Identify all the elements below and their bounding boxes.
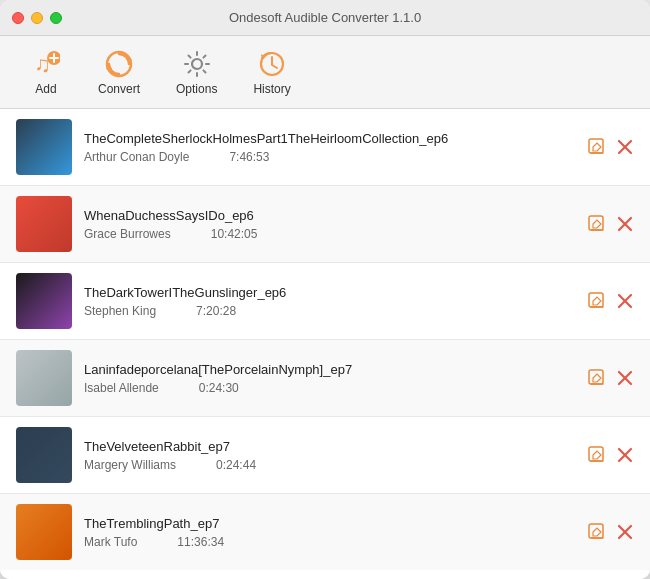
cover-placeholder: [16, 273, 72, 329]
history-label: History: [253, 82, 290, 96]
convert-label: Convert: [98, 82, 140, 96]
title-bar: Ondesoft Audible Converter 1.1.0: [0, 0, 650, 36]
item-author: Mark Tufo: [84, 535, 137, 549]
options-icon: [181, 48, 213, 80]
cover-placeholder: [16, 504, 72, 560]
delete-button[interactable]: [616, 292, 634, 310]
item-duration: 11:36:34: [177, 535, 224, 549]
add-label: Add: [35, 82, 56, 96]
item-author: Margery Williams: [84, 458, 176, 472]
convert-button[interactable]: Convert: [84, 42, 154, 102]
item-actions: [588, 369, 634, 387]
item-meta: Arthur Conan Doyle 7:46:53: [84, 150, 576, 164]
list-item: Laninfadeporcelana[ThePorcelainNymph]_ep…: [0, 340, 650, 417]
item-duration: 0:24:44: [216, 458, 256, 472]
svg-point-7: [192, 59, 202, 69]
cover-art: [16, 196, 72, 252]
toolbar: ♫ Add Convert: [0, 36, 650, 109]
window-title: Ondesoft Audible Converter 1.1.0: [229, 10, 421, 25]
cover-art: [16, 427, 72, 483]
edit-button[interactable]: [588, 292, 606, 310]
item-info: Laninfadeporcelana[ThePorcelainNymph]_ep…: [84, 362, 576, 395]
item-title: TheTremblingPath_ep7: [84, 516, 576, 531]
list-item: TheTremblingPath_ep7 Mark Tufo 11:36:34: [0, 494, 650, 570]
item-meta: Margery Williams 0:24:44: [84, 458, 576, 472]
item-title: TheVelveteenRabbit_ep7: [84, 439, 576, 454]
item-meta: Stephen King 7:20:28: [84, 304, 576, 318]
item-author: Arthur Conan Doyle: [84, 150, 189, 164]
minimize-button[interactable]: [31, 12, 43, 24]
item-duration: 7:20:28: [196, 304, 236, 318]
svg-point-4: [107, 52, 131, 76]
cover-placeholder: [16, 196, 72, 252]
item-actions: [588, 446, 634, 464]
edit-button[interactable]: [588, 369, 606, 387]
add-icon: ♫: [30, 48, 62, 80]
item-duration: 0:24:30: [199, 381, 239, 395]
add-button[interactable]: ♫ Add: [16, 42, 76, 102]
delete-button[interactable]: [616, 369, 634, 387]
item-title: WhenaDuchessSaysIDo_ep6: [84, 208, 576, 223]
history-icon: [256, 48, 288, 80]
edit-button[interactable]: [588, 446, 606, 464]
item-info: TheDarkTowerITheGunslinger_ep6 Stephen K…: [84, 285, 576, 318]
edit-button[interactable]: [588, 215, 606, 233]
item-meta: Isabel Allende 0:24:30: [84, 381, 576, 395]
cover-placeholder: [16, 427, 72, 483]
item-actions: [588, 215, 634, 233]
delete-button[interactable]: [616, 215, 634, 233]
item-meta: Mark Tufo 11:36:34: [84, 535, 576, 549]
content-list: TheCompleteSherlockHolmesPart1TheHeirloo…: [0, 109, 650, 579]
list-item: TheCompleteSherlockHolmesPart1TheHeirloo…: [0, 109, 650, 186]
convert-icon: [103, 48, 135, 80]
item-meta: Grace Burrowes 10:42:05: [84, 227, 576, 241]
traffic-lights: [12, 12, 62, 24]
history-button[interactable]: History: [239, 42, 304, 102]
delete-button[interactable]: [616, 523, 634, 541]
item-author: Grace Burrowes: [84, 227, 171, 241]
cover-art: [16, 350, 72, 406]
item-actions: [588, 523, 634, 541]
item-author: Stephen King: [84, 304, 156, 318]
list-item: TheVelveteenRabbit_ep7 Margery Williams …: [0, 417, 650, 494]
item-title: TheDarkTowerITheGunslinger_ep6: [84, 285, 576, 300]
app-window: Ondesoft Audible Converter 1.1.0 ♫ Add: [0, 0, 650, 579]
item-title: Laninfadeporcelana[ThePorcelainNymph]_ep…: [84, 362, 576, 377]
item-actions: [588, 138, 634, 156]
item-actions: [588, 292, 634, 310]
cover-placeholder: [16, 350, 72, 406]
options-button[interactable]: Options: [162, 42, 231, 102]
item-info: TheTremblingPath_ep7 Mark Tufo 11:36:34: [84, 516, 576, 549]
item-duration: 7:46:53: [229, 150, 269, 164]
options-label: Options: [176, 82, 217, 96]
cover-art: [16, 119, 72, 175]
list-item: WhenaDuchessSaysIDo_ep6 Grace Burrowes 1…: [0, 186, 650, 263]
item-info: WhenaDuchessSaysIDo_ep6 Grace Burrowes 1…: [84, 208, 576, 241]
item-duration: 10:42:05: [211, 227, 258, 241]
edit-button[interactable]: [588, 523, 606, 541]
item-title: TheCompleteSherlockHolmesPart1TheHeirloo…: [84, 131, 576, 146]
delete-button[interactable]: [616, 138, 634, 156]
edit-button[interactable]: [588, 138, 606, 156]
maximize-button[interactable]: [50, 12, 62, 24]
list-item: TheDarkTowerITheGunslinger_ep6 Stephen K…: [0, 263, 650, 340]
item-info: TheVelveteenRabbit_ep7 Margery Williams …: [84, 439, 576, 472]
cover-art: [16, 504, 72, 560]
cover-art: [16, 273, 72, 329]
item-author: Isabel Allende: [84, 381, 159, 395]
cover-placeholder: [16, 119, 72, 175]
close-button[interactable]: [12, 12, 24, 24]
delete-button[interactable]: [616, 446, 634, 464]
item-info: TheCompleteSherlockHolmesPart1TheHeirloo…: [84, 131, 576, 164]
